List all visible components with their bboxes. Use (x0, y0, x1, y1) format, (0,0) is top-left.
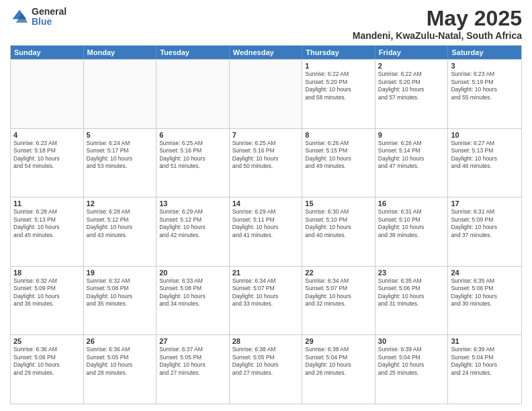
title-block: May 2025 Mandeni, KwaZulu-Natal, South A… (353, 7, 522, 41)
cal-cell-day-12: 12Sunrise: 6:28 AMSunset: 5:12 PMDayligh… (84, 197, 157, 266)
day-number: 1 (305, 62, 372, 70)
cal-cell-day-4: 4Sunrise: 6:23 AMSunset: 5:18 PMDaylight… (11, 129, 84, 197)
day-detail: Sunrise: 6:38 AMSunset: 5:04 PMDaylight:… (305, 346, 372, 377)
day-detail: Sunrise: 6:32 AMSunset: 5:09 PMDaylight:… (13, 277, 81, 308)
day-number: 21 (232, 269, 300, 277)
day-number: 27 (159, 337, 226, 345)
day-number: 9 (378, 131, 445, 139)
calendar-location: Mandeni, KwaZulu-Natal, South Africa (353, 30, 522, 41)
logo-icon (10, 7, 29, 26)
cal-cell-day-18: 18Sunrise: 6:32 AMSunset: 5:09 PMDayligh… (11, 267, 84, 335)
cal-header-saturday: Saturday (448, 46, 521, 59)
cal-week-2: 4Sunrise: 6:23 AMSunset: 5:18 PMDaylight… (11, 128, 521, 197)
day-detail: Sunrise: 6:27 AMSunset: 5:13 PMDaylight:… (451, 140, 519, 171)
cal-cell-day-29: 29Sunrise: 6:38 AMSunset: 5:04 PMDayligh… (302, 335, 375, 404)
day-number: 6 (159, 131, 226, 139)
day-number: 7 (232, 131, 300, 139)
logo-blue-label: Blue (32, 17, 66, 27)
cal-cell-day-5: 5Sunrise: 6:24 AMSunset: 5:17 PMDaylight… (84, 129, 157, 197)
day-number: 19 (87, 269, 154, 277)
day-number: 3 (451, 62, 519, 70)
cal-cell-day-3: 3Sunrise: 6:23 AMSunset: 5:19 PMDaylight… (448, 60, 521, 128)
cal-header-friday: Friday (375, 46, 449, 59)
day-detail: Sunrise: 6:28 AMSunset: 5:12 PMDaylight:… (87, 208, 154, 239)
day-number: 13 (159, 199, 226, 208)
logo-text: General Blue (32, 7, 66, 28)
cal-cell-day-26: 26Sunrise: 6:36 AMSunset: 5:05 PMDayligh… (84, 335, 157, 404)
day-detail: Sunrise: 6:34 AMSunset: 5:07 PMDaylight:… (232, 277, 300, 308)
cal-header-sunday: Sunday (11, 46, 84, 59)
cal-header-wednesday: Wednesday (230, 46, 303, 59)
day-number: 23 (378, 269, 445, 277)
day-number: 12 (87, 199, 154, 208)
day-number: 16 (378, 199, 445, 208)
day-number: 2 (378, 62, 445, 70)
day-detail: Sunrise: 6:29 AMSunset: 5:12 PMDaylight:… (159, 208, 226, 239)
cal-cell-day-6: 6Sunrise: 6:25 AMSunset: 5:16 PMDaylight… (157, 129, 230, 197)
day-number: 29 (305, 337, 372, 345)
cal-cell-day-11: 11Sunrise: 6:28 AMSunset: 5:13 PMDayligh… (11, 197, 84, 266)
day-detail: Sunrise: 6:32 AMSunset: 5:08 PMDaylight:… (87, 277, 154, 308)
day-number: 18 (13, 269, 81, 277)
cal-cell-day-13: 13Sunrise: 6:29 AMSunset: 5:12 PMDayligh… (157, 197, 230, 266)
cal-cell-empty (84, 60, 157, 128)
day-detail: Sunrise: 6:39 AMSunset: 5:04 PMDaylight:… (451, 346, 519, 377)
day-number: 5 (87, 131, 154, 139)
cal-cell-day-28: 28Sunrise: 6:38 AMSunset: 5:05 PMDayligh… (230, 335, 303, 404)
day-detail: Sunrise: 6:23 AMSunset: 5:19 PMDaylight:… (451, 71, 519, 101)
cal-week-5: 25Sunrise: 6:36 AMSunset: 5:06 PMDayligh… (11, 334, 521, 404)
day-detail: Sunrise: 6:29 AMSunset: 5:11 PMDaylight:… (232, 208, 300, 239)
day-detail: Sunrise: 6:26 AMSunset: 5:14 PMDaylight:… (378, 140, 445, 171)
day-number: 25 (13, 337, 81, 345)
day-detail: Sunrise: 6:33 AMSunset: 5:08 PMDaylight:… (159, 277, 226, 308)
cal-cell-day-14: 14Sunrise: 6:29 AMSunset: 5:11 PMDayligh… (230, 197, 303, 266)
day-number: 15 (305, 199, 372, 208)
calendar-header-row: SundayMondayTuesdayWednesdayThursdayFrid… (11, 46, 521, 59)
day-number: 26 (87, 337, 154, 345)
day-detail: Sunrise: 6:39 AMSunset: 5:04 PMDaylight:… (378, 346, 445, 377)
calendar: SundayMondayTuesdayWednesdayThursdayFrid… (10, 45, 522, 404)
day-number: 24 (451, 269, 519, 277)
cal-cell-day-2: 2Sunrise: 6:22 AMSunset: 5:20 PMDaylight… (375, 60, 449, 128)
logo-general-label: General (32, 7, 66, 17)
cal-cell-day-21: 21Sunrise: 6:34 AMSunset: 5:07 PMDayligh… (230, 267, 303, 335)
cal-cell-day-23: 23Sunrise: 6:35 AMSunset: 5:06 PMDayligh… (375, 267, 449, 335)
cal-cell-day-7: 7Sunrise: 6:25 AMSunset: 5:16 PMDaylight… (230, 129, 303, 197)
cal-cell-day-27: 27Sunrise: 6:37 AMSunset: 5:05 PMDayligh… (157, 335, 230, 404)
cal-cell-day-16: 16Sunrise: 6:31 AMSunset: 5:10 PMDayligh… (375, 197, 449, 266)
cal-cell-day-15: 15Sunrise: 6:30 AMSunset: 5:10 PMDayligh… (302, 197, 375, 266)
day-detail: Sunrise: 6:35 AMSunset: 5:06 PMDaylight:… (378, 277, 445, 308)
day-number: 10 (451, 131, 519, 139)
cal-week-4: 18Sunrise: 6:32 AMSunset: 5:09 PMDayligh… (11, 266, 521, 335)
day-number: 30 (378, 337, 445, 345)
day-number: 31 (451, 337, 519, 345)
day-detail: Sunrise: 6:38 AMSunset: 5:05 PMDaylight:… (232, 346, 300, 377)
day-detail: Sunrise: 6:28 AMSunset: 5:13 PMDaylight:… (13, 208, 81, 239)
cal-week-1: 1Sunrise: 6:22 AMSunset: 5:20 PMDaylight… (11, 59, 521, 128)
cal-cell-day-1: 1Sunrise: 6:22 AMSunset: 5:20 PMDaylight… (302, 60, 375, 128)
day-detail: Sunrise: 6:31 AMSunset: 5:09 PMDaylight:… (451, 208, 519, 239)
cal-cell-day-30: 30Sunrise: 6:39 AMSunset: 5:04 PMDayligh… (375, 335, 449, 404)
day-detail: Sunrise: 6:34 AMSunset: 5:07 PMDaylight:… (305, 277, 372, 308)
cal-cell-day-9: 9Sunrise: 6:26 AMSunset: 5:14 PMDaylight… (375, 129, 449, 197)
day-number: 20 (159, 269, 226, 277)
day-detail: Sunrise: 6:23 AMSunset: 5:18 PMDaylight:… (13, 140, 81, 171)
day-number: 4 (13, 131, 81, 139)
day-number: 22 (305, 269, 372, 277)
calendar-title: May 2025 (353, 7, 522, 30)
cal-cell-day-17: 17Sunrise: 6:31 AMSunset: 5:09 PMDayligh… (448, 197, 521, 266)
day-number: 28 (232, 337, 300, 345)
day-number: 17 (451, 199, 519, 208)
day-number: 8 (305, 131, 372, 139)
cal-cell-day-24: 24Sunrise: 6:35 AMSunset: 5:06 PMDayligh… (448, 267, 521, 335)
cal-header-tuesday: Tuesday (157, 46, 230, 59)
day-detail: Sunrise: 6:25 AMSunset: 5:16 PMDaylight:… (232, 140, 300, 171)
day-detail: Sunrise: 6:24 AMSunset: 5:17 PMDaylight:… (87, 140, 154, 171)
cal-header-thursday: Thursday (302, 46, 375, 59)
cal-header-monday: Monday (84, 46, 157, 59)
cal-cell-day-20: 20Sunrise: 6:33 AMSunset: 5:08 PMDayligh… (157, 267, 230, 335)
day-detail: Sunrise: 6:26 AMSunset: 5:15 PMDaylight:… (305, 140, 372, 171)
cal-cell-empty (11, 60, 84, 128)
day-detail: Sunrise: 6:30 AMSunset: 5:10 PMDaylight:… (305, 208, 372, 239)
day-detail: Sunrise: 6:22 AMSunset: 5:20 PMDaylight:… (378, 71, 445, 101)
